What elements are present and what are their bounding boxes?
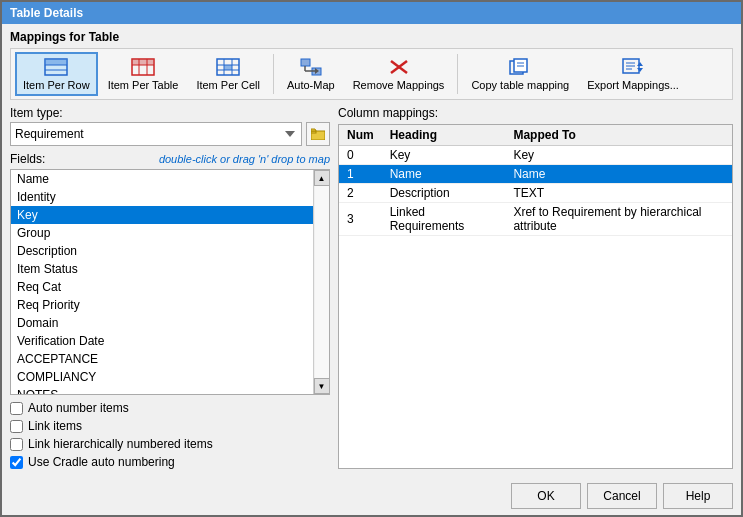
ok-button[interactable]: OK	[511, 483, 581, 509]
link-items-label: Link items	[28, 419, 82, 433]
main-window: Table Details Mappings for Table Item Pe…	[0, 0, 743, 517]
checkbox-row: Auto number items	[10, 401, 330, 415]
use-cradle-label: Use Cradle auto numbering	[28, 455, 175, 469]
table-row[interactable]: 3Linked RequirementsXref to Requirement …	[339, 203, 732, 236]
table-icon	[131, 57, 155, 77]
field-list-item[interactable]: Name	[11, 170, 313, 188]
svg-rect-5	[132, 59, 154, 65]
fields-list-container: NameIdentityKeyGroupDescriptionItem Stat…	[10, 169, 330, 395]
use-cradle-checkbox[interactable]	[10, 456, 23, 469]
mappings-table-container: Num Heading Mapped To 0KeyKey1NameName2D…	[338, 124, 733, 469]
remove-icon	[387, 57, 411, 77]
table-row[interactable]: 2DescriptionTEXT	[339, 184, 732, 203]
fields-label: Fields:	[10, 152, 45, 166]
scroll-down-arrow[interactable]: ▼	[314, 378, 330, 394]
folder-button[interactable]	[306, 122, 330, 146]
table-cell-mapped_to: Key	[505, 146, 732, 165]
table-cell-heading: Description	[382, 184, 506, 203]
item-type-label: Item type:	[10, 106, 330, 120]
table-cell-heading: Name	[382, 165, 506, 184]
field-list-item[interactable]: Req Priority	[11, 296, 313, 314]
col-mappedto-header: Mapped To	[505, 125, 732, 146]
cancel-button[interactable]: Cancel	[587, 483, 657, 509]
mappings-section-label: Mappings for Table	[10, 30, 733, 44]
field-list-item[interactable]: Verification Date	[11, 332, 313, 350]
field-list-item[interactable]: Identity	[11, 188, 313, 206]
field-list-item[interactable]: Domain	[11, 314, 313, 332]
field-list-item[interactable]: NOTES	[11, 386, 313, 394]
auto-number-label: Auto number items	[28, 401, 129, 415]
export-mappings-button[interactable]: Export Mappings...	[579, 52, 687, 96]
link-hierarchically-label: Link hierarchically numbered items	[28, 437, 213, 451]
table-cell-heading: Key	[382, 146, 506, 165]
field-list-item[interactable]: Req Cat	[11, 278, 313, 296]
checkbox-row: Use Cradle auto numbering	[10, 455, 330, 469]
row-icon	[44, 57, 68, 77]
auto-map-button[interactable]: Auto-Map	[279, 52, 343, 96]
checkbox-row: Link items	[10, 419, 330, 433]
item-per-table-button[interactable]: Item Per Table	[100, 52, 187, 96]
toolbar: Item Per Row Item Per Table	[10, 48, 733, 100]
window-title: Table Details	[10, 6, 83, 20]
field-list-item[interactable]: ACCEPTANCE	[11, 350, 313, 368]
table-cell-num: 1	[339, 165, 382, 184]
bottom-bar: OK Cancel Help	[2, 475, 741, 515]
mappings-table: Num Heading Mapped To 0KeyKey1NameName2D…	[339, 125, 732, 236]
automap-icon	[299, 57, 323, 77]
item-per-cell-label: Item Per Cell	[196, 79, 260, 91]
item-per-row-button[interactable]: Item Per Row	[15, 52, 98, 96]
scroll-up-arrow[interactable]: ▲	[314, 170, 330, 186]
checkboxes-area: Auto number itemsLink itemsLink hierarch…	[10, 401, 330, 469]
export-mappings-label: Export Mappings...	[587, 79, 679, 91]
field-list-item[interactable]: Key	[11, 206, 313, 224]
table-cell-num: 0	[339, 146, 382, 165]
item-type-select[interactable]: Requirement Action Issue Test Case	[10, 122, 302, 146]
fields-scrollbar[interactable]: ▲ ▼	[313, 170, 329, 394]
remove-mappings-button[interactable]: Remove Mappings	[345, 52, 453, 96]
item-per-cell-button[interactable]: Item Per Cell	[188, 52, 268, 96]
column-mappings-label: Column mappings:	[338, 106, 733, 120]
table-cell-heading: Linked Requirements	[382, 203, 506, 236]
link-items-checkbox[interactable]	[10, 420, 23, 433]
field-list-item[interactable]: Description	[11, 242, 313, 260]
table-cell-num: 3	[339, 203, 382, 236]
title-bar: Table Details	[2, 2, 741, 24]
svg-rect-1	[45, 59, 67, 65]
content-area: Mappings for Table Item Per Row	[2, 24, 741, 475]
auto-map-label: Auto-Map	[287, 79, 335, 91]
fields-list[interactable]: NameIdentityKeyGroupDescriptionItem Stat…	[11, 170, 313, 394]
fields-header: Fields: double-click or drag 'n' drop to…	[10, 152, 330, 166]
item-per-row-label: Item Per Row	[23, 79, 90, 91]
auto-number-checkbox[interactable]	[10, 402, 23, 415]
separator-2	[457, 54, 458, 94]
scroll-track	[315, 186, 329, 378]
copy-table-mapping-button[interactable]: Copy table mapping	[463, 52, 577, 96]
table-cell-num: 2	[339, 184, 382, 203]
main-area: Item type: Requirement Action Issue Test…	[10, 106, 733, 469]
svg-rect-15	[301, 59, 310, 66]
copy-icon	[508, 57, 532, 77]
field-list-item[interactable]: Group	[11, 224, 313, 242]
export-icon	[621, 57, 645, 77]
field-list-item[interactable]: COMPLIANCY	[11, 368, 313, 386]
help-button[interactable]: Help	[663, 483, 733, 509]
table-cell-mapped_to: TEXT	[505, 184, 732, 203]
separator-1	[273, 54, 274, 94]
remove-mappings-label: Remove Mappings	[353, 79, 445, 91]
table-header-row: Num Heading Mapped To	[339, 125, 732, 146]
table-cell-mapped_to: Xref to Requirement by hierarchical attr…	[505, 203, 732, 236]
right-panel: Column mappings: Num Heading Mapped To	[338, 106, 733, 469]
fields-hint: double-click or drag 'n' drop to map	[159, 153, 330, 165]
svg-marker-30	[637, 62, 643, 66]
item-type-row: Requirement Action Issue Test Case	[10, 122, 330, 146]
left-panel: Item type: Requirement Action Issue Test…	[10, 106, 330, 469]
table-row[interactable]: 0KeyKey	[339, 146, 732, 165]
table-row[interactable]: 1NameName	[339, 165, 732, 184]
svg-marker-31	[637, 68, 643, 72]
table-cell-mapped_to: Name	[505, 165, 732, 184]
item-per-table-label: Item Per Table	[108, 79, 179, 91]
field-list-item[interactable]: Item Status	[11, 260, 313, 278]
cell-icon	[216, 57, 240, 77]
link-hierarchically-checkbox[interactable]	[10, 438, 23, 451]
svg-rect-10	[224, 65, 232, 70]
